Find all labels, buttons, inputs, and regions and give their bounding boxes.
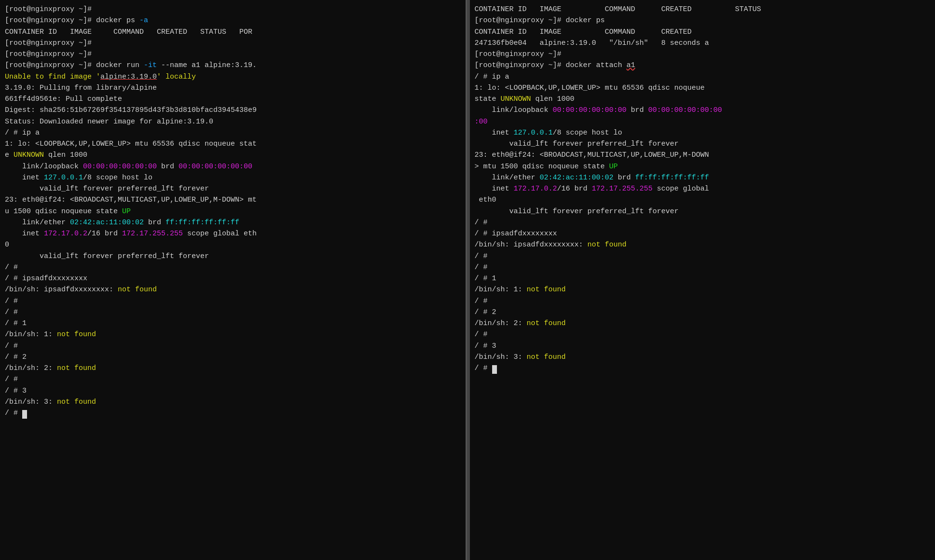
terminal-line: /bin/sh: 3: not found <box>5 396 461 408</box>
terminal-text: 661ff4d9561e: Pull complete <box>5 95 122 103</box>
terminal-line: 0 <box>5 239 461 250</box>
terminal-line: /bin/sh: ipsadfdxxxxxxxx: not found <box>5 284 461 295</box>
terminal-text: e <box>5 151 14 159</box>
terminal-text: /bin/sh: 2: <box>475 319 527 328</box>
terminal-line: / # 3 <box>475 341 931 352</box>
terminal-text: not found <box>588 241 627 249</box>
terminal-cursor <box>492 365 497 374</box>
terminal-text: state <box>475 95 501 103</box>
terminal-text: 00:00:00:00:00:00 <box>83 163 157 171</box>
terminal-text: UNKNOWN <box>501 95 531 103</box>
terminal-line: e UNKNOWN qlen 1000 <box>5 150 461 161</box>
terminal-text: / # ip a <box>5 129 40 137</box>
terminal-text: docker ps <box>566 16 605 25</box>
terminal-text: / # <box>475 330 488 339</box>
terminal-text: /bin/sh: ipsadfdxxxxxxxx: <box>5 286 118 294</box>
terminal-text: [root@nginxproxy ~]# <box>5 61 96 69</box>
terminal-text: brd <box>614 174 635 182</box>
terminal-line: inet 127.0.0.1/8 scope host lo <box>5 172 461 183</box>
terminal-text: CONTAINER ID IMAGE COMMAND CREATED <box>475 28 692 36</box>
terminal-text: 23: eth0@if24: <BROADCAST,MULTICAST,UP,L… <box>5 196 257 204</box>
terminal-text: not found <box>57 364 96 372</box>
terminal-line: 23: eth0@if24: <BROADCAST,MULTICAST,UP,L… <box>5 194 461 205</box>
terminal-text: inet <box>475 129 514 137</box>
terminal-text: inet <box>475 185 514 193</box>
terminal-text: Unable to find image ' <box>5 73 100 81</box>
terminal-text: / # <box>475 364 492 372</box>
terminal-line: 1: lo: <LOOPBACK,UP,LOWER_UP> mtu 65536 … <box>475 82 931 94</box>
terminal-text: [root@nginxproxy ~]# <box>5 50 92 58</box>
terminal-text: ' locally <box>157 73 196 81</box>
terminal-line: /bin/sh: 1: not found <box>5 329 461 340</box>
terminal-text: --name a1 alpine:3.19. <box>157 61 257 69</box>
terminal-line: [root@nginxproxy ~]# <box>5 38 461 49</box>
terminal-text: /bin/sh: 1: <box>5 330 57 339</box>
terminal-line: / # ip a <box>5 127 461 138</box>
terminal-line: link/ether 02:42:ac:11:00:02 brd ff:ff:f… <box>5 217 461 228</box>
terminal-line: Digest: sha256:51b67269f354137895d43f3b3… <box>5 105 461 116</box>
terminal-text: ff:ff:ff:ff:ff:ff <box>635 174 709 182</box>
terminal-text: 1: lo: <LOOPBACK,UP,LOWER_UP> mtu 65536 … <box>475 84 705 92</box>
terminal-text: CONTAINER ID IMAGE COMMAND CREATED STATU… <box>5 28 252 36</box>
terminal-line: [root@nginxproxy ~]# docker ps -a <box>5 15 461 26</box>
terminal-text: / # 1 <box>5 319 27 328</box>
terminal-line: /bin/sh: 1: not found <box>475 284 931 295</box>
terminal-text: not found <box>527 286 566 294</box>
terminal-text: 172.17.0.2 <box>44 230 87 238</box>
terminal-text: 1: lo: <LOOPBACK,UP,LOWER_UP> mtu 65536 … <box>5 140 257 148</box>
right-terminal[interactable]: CONTAINER ID IMAGE COMMAND CREATED STATU… <box>470 0 935 560</box>
terminal-line: / # <box>475 251 931 262</box>
terminal-text: /bin/sh: ipsadfdxxxxxxxx: <box>475 241 588 249</box>
terminal-line: / # <box>475 262 931 273</box>
terminal-line: link/loopback 00:00:00:00:00:00 brd 00:0… <box>475 105 931 116</box>
terminal-text: valid_lft forever preferred_lft forever <box>475 207 679 216</box>
terminal-text: Digest: sha256:51b67269f354137895d43f3b3… <box>5 106 257 114</box>
terminal-text: / # <box>5 375 18 383</box>
terminal-text: scope global eth <box>183 230 257 238</box>
terminal-text: eth0 <box>475 196 496 204</box>
terminal-line: / # <box>5 374 461 385</box>
terminal-line: 23: eth0@if24: <BROADCAST,MULTICAST,UP,L… <box>475 150 931 161</box>
terminal-text: /bin/sh: 3: <box>475 353 527 361</box>
terminal-line: 661ff4d9561e: Pull complete <box>5 94 461 105</box>
terminal-text: scope global <box>653 185 709 193</box>
terminal-text: / # 3 <box>475 342 496 350</box>
terminal-text: brd <box>144 219 165 227</box>
terminal-text: 172.17.255.255 <box>592 185 653 193</box>
terminal-text: /8 scope host lo <box>83 174 152 182</box>
terminal-line: /bin/sh: 2: not found <box>5 363 461 374</box>
terminal-text: valid_lft forever preferred_lft forever <box>475 140 679 148</box>
terminal-text: brd <box>627 106 648 114</box>
terminal-text: / # <box>475 219 488 227</box>
terminal-line: CONTAINER ID IMAGE COMMAND CREATED STATU… <box>5 27 461 38</box>
terminal-text: not found <box>57 398 96 406</box>
terminal-line: [root@nginxproxy ~]# docker attach a1 <box>475 60 931 71</box>
terminal-line: / # 1 <box>5 318 461 329</box>
terminal-line: / # 2 <box>475 307 931 318</box>
terminal-text: CONTAINER ID IMAGE COMMAND CREATED STATU… <box>475 5 761 14</box>
terminal-line: :00 <box>475 116 931 127</box>
left-terminal[interactable]: [root@nginxproxy ~]#[root@nginxproxy ~]#… <box>0 0 467 560</box>
terminal-text: 3.19.0: Pulling from library/alpine <box>5 84 157 92</box>
terminal-text: inet <box>5 174 44 182</box>
terminal-text: [root@nginxproxy ~]# <box>475 16 566 25</box>
terminal-text: / # <box>5 409 22 417</box>
terminal-text: /8 scope host lo <box>553 129 622 137</box>
terminal-text: / # <box>5 263 18 272</box>
terminal-text: /bin/sh: 3: <box>5 398 57 406</box>
terminal-text: 0 <box>5 241 9 249</box>
terminal-line: > mtu 1500 qdisc noqueue state UP <box>475 161 931 172</box>
terminal-line: / # ipsadfdxxxxxxxx <box>475 228 931 239</box>
terminal-text: 127.0.0.1 <box>514 129 553 137</box>
terminal-text: 00:00:00:00:00:00 <box>553 106 627 114</box>
terminal-text: 172.17.255.255 <box>122 230 183 238</box>
terminal-text: UP <box>609 163 618 171</box>
terminal-line: 3.19.0: Pulling from library/alpine <box>5 82 461 94</box>
terminal-text: / # <box>5 308 18 316</box>
terminal-text: / # <box>5 342 18 350</box>
terminal-text: UNKNOWN <box>14 151 44 159</box>
terminal-text: link/loopback <box>475 106 553 114</box>
terminal-line: Status: Downloaded newer image for alpin… <box>5 116 461 127</box>
terminal-line: CONTAINER ID IMAGE COMMAND CREATED <box>475 27 931 38</box>
terminal-line: inet 172.17.0.2/16 brd 172.17.255.255 sc… <box>475 183 931 194</box>
